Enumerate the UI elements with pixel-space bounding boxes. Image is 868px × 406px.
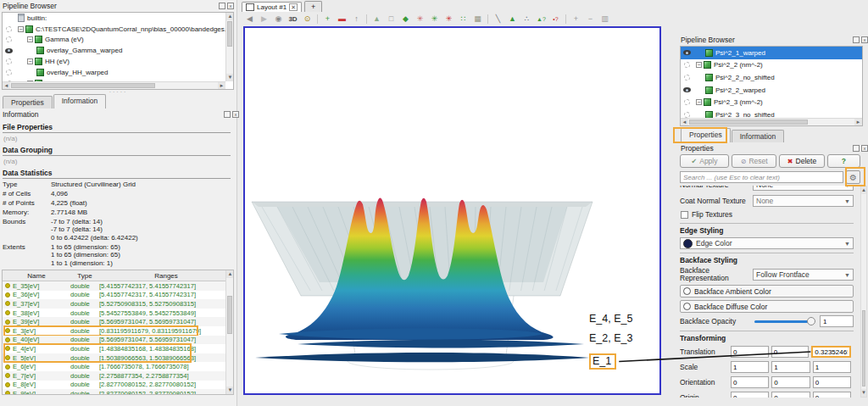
- help-button[interactable]: ?: [827, 154, 860, 168]
- left-tree-vscrollbar[interactable]: ▲ ▼: [225, 13, 233, 81]
- table-row[interactable]: E_7[eV]double[2.2758877354, 2.2758877354…: [3, 371, 226, 381]
- ruler-icon[interactable]: ╲: [491, 13, 505, 25]
- collapse-icon[interactable]: −: [18, 26, 24, 32]
- scroll-down-icon[interactable]: ▼: [861, 389, 866, 397]
- backface-representation-select[interactable]: Follow Frontface▼: [753, 269, 854, 281]
- visibility-off-icon[interactable]: [681, 112, 693, 118]
- orientation-y-input[interactable]: [771, 376, 810, 388]
- render-view[interactable]: E_4, E_5 E_2, E_3 E_1: [243, 26, 661, 395]
- zoom-box-icon[interactable]: ⊙: [300, 13, 314, 25]
- query-points-icon[interactable]: •?: [548, 13, 563, 25]
- table-row[interactable]: E_5[eV]double[1.50389066563, 1.503890665…: [3, 353, 226, 363]
- scroll-right-icon[interactable]: ►: [854, 119, 862, 126]
- pipeline-item[interactable]: −Psi^2_3 (nm^-2): [681, 96, 862, 108]
- tab-properties[interactable]: Properties: [681, 128, 731, 142]
- zoom-remove-icon[interactable]: ▬: [335, 13, 349, 25]
- table-row[interactable]: E_36[eV]double[5.41557742317, 5.41557742…: [3, 291, 226, 300]
- backface-opacity-input[interactable]: [820, 315, 854, 327]
- add-view-icon[interactable]: +: [569, 13, 583, 25]
- hover-cells-icon[interactable]: ∷: [456, 13, 470, 25]
- scroll-down-icon[interactable]: ▼: [226, 387, 234, 394]
- translation-z-input[interactable]: [811, 346, 851, 358]
- collapse-icon[interactable]: −: [696, 62, 702, 68]
- column-ranges[interactable]: Ranges: [99, 272, 233, 280]
- collapse-icon[interactable]: −: [696, 99, 702, 105]
- visibility-off-icon[interactable]: [681, 62, 693, 68]
- translation-y-input[interactable]: [771, 346, 810, 358]
- zoom-to-data-icon[interactable]: +: [320, 13, 335, 25]
- origin-x-input[interactable]: [731, 392, 769, 398]
- pipeline-item[interactable]: −C:\TESTCASE\2DQuantumCorral_nnp\bias_00…: [3, 24, 233, 35]
- tab-properties[interactable]: Properties: [3, 96, 53, 108]
- select-cells-through-icon[interactable]: ◆: [398, 13, 413, 25]
- table-row[interactable]: E_38[eV]double[5.54527553849, 5.54527553…: [3, 309, 226, 318]
- interactive-select-points-icon[interactable]: ✳: [442, 13, 456, 25]
- remove-view-icon[interactable]: −: [583, 13, 598, 25]
- scroll-up-icon[interactable]: ▲: [226, 13, 234, 20]
- orientation-z-input[interactable]: [813, 376, 851, 388]
- undock-icon[interactable]: [853, 36, 860, 43]
- table-row[interactable]: E_39[eV]double[5.56959731047, 5.56959731…: [3, 317, 226, 326]
- visibility-off-icon[interactable]: [681, 99, 693, 105]
- delete-button[interactable]: ✖Delete: [779, 154, 824, 168]
- table-row[interactable]: E_35[eV]double[5.41557742317, 5.41557742…: [3, 281, 226, 291]
- collapse-icon[interactable]: −: [27, 36, 33, 42]
- delete-view-icon[interactable]: ▥: [598, 13, 612, 25]
- tab-information[interactable]: Information: [53, 94, 107, 108]
- backface-ambient-color-button[interactable]: Backface Ambient Color: [680, 285, 854, 298]
- data-arrays-table[interactable]: Name Type Ranges E_35[eV]double[5.415577…: [2, 270, 234, 395]
- add-layout-tab[interactable]: +: [304, 1, 322, 12]
- flip-textures-checkbox[interactable]: [681, 211, 688, 219]
- scroll-thumb[interactable]: [862, 310, 865, 387]
- pipeline-item[interactable]: Psi^2_2_no_shifted: [681, 71, 862, 84]
- gear-icon[interactable]: ⚙: [846, 170, 860, 184]
- backface-opacity-slider[interactable]: [754, 320, 813, 323]
- select-cells-on-icon[interactable]: ▲: [370, 13, 384, 25]
- scroll-left-icon[interactable]: ◄: [681, 119, 688, 126]
- table-header[interactable]: Name Type Ranges: [3, 270, 233, 281]
- toggle-2d3d-icon[interactable]: 3D: [286, 13, 300, 25]
- left-pipeline-tree[interactable]: builtin:−C:\TESTCASE\2DQuantumCorral_nnp…: [2, 12, 234, 90]
- table-row[interactable]: E_9[eV]double[2.82770080152, 2.827700801…: [3, 389, 226, 395]
- reset-camera-icon[interactable]: ↑: [349, 13, 364, 25]
- scroll-up-icon[interactable]: ▲: [861, 186, 866, 194]
- pipeline-item[interactable]: overlay_HH_warped: [3, 67, 233, 78]
- right-tree-hscrollbar[interactable]: ◄ ►: [681, 118, 862, 125]
- visibility-off-icon[interactable]: [3, 58, 14, 64]
- table-vscrollbar[interactable]: ▲ ▼: [225, 270, 233, 394]
- close-layout-icon[interactable]: ✕: [289, 3, 298, 11]
- table-row[interactable]: E_4[eV]double[1.48384835168, 1.483848351…: [3, 344, 226, 353]
- pipeline-item[interactable]: Psi^2_2_warped: [681, 84, 862, 97]
- properties-scrollbar[interactable]: ▲ ▼: [860, 186, 867, 398]
- query-cells-icon[interactable]: ▲?: [534, 13, 548, 25]
- close-icon[interactable]: x: [232, 111, 239, 118]
- capture-screenshot-icon[interactable]: ◉: [271, 13, 286, 25]
- close-icon[interactable]: x: [861, 36, 868, 43]
- tab-information[interactable]: Information: [732, 130, 785, 142]
- close-icon[interactable]: x: [861, 145, 868, 152]
- scroll-down-icon[interactable]: ▼: [226, 74, 234, 81]
- undock-icon[interactable]: [853, 145, 860, 152]
- pipeline-item[interactable]: −Gamma (eV): [3, 35, 233, 46]
- visibility-on-icon[interactable]: [681, 87, 693, 92]
- close-icon[interactable]: x: [227, 3, 234, 9]
- translation-x-input[interactable]: [731, 346, 769, 358]
- table-row[interactable]: E_8[eV]double[2.82770080152, 2.827700801…: [3, 381, 226, 390]
- pipeline-item[interactable]: builtin:: [3, 13, 233, 24]
- backface-diffuse-color-button[interactable]: Backface Diffuse Color: [680, 300, 854, 313]
- coat-normal-texture-select[interactable]: None▼: [753, 195, 854, 207]
- scroll-thumb[interactable]: [689, 120, 808, 125]
- visibility-on-icon[interactable]: [3, 48, 14, 53]
- apply-button[interactable]: ✔Apply: [680, 154, 729, 168]
- visibility-off-icon[interactable]: [3, 36, 14, 42]
- visibility-on-icon[interactable]: [681, 50, 693, 55]
- visibility-off-icon[interactable]: [681, 75, 693, 81]
- scroll-thumb[interactable]: [227, 296, 232, 334]
- slider-knob[interactable]: [807, 317, 815, 325]
- undock-icon[interactable]: [219, 3, 225, 9]
- visibility-off-icon[interactable]: [3, 70, 14, 75]
- normal-texture-select[interactable]: None▼: [753, 186, 854, 191]
- scale-y-input[interactable]: [771, 361, 810, 373]
- table-row[interactable]: E_6[eV]double[1.7666735078, 1.7666735078…: [3, 362, 226, 371]
- collapse-icon[interactable]: −: [27, 58, 33, 64]
